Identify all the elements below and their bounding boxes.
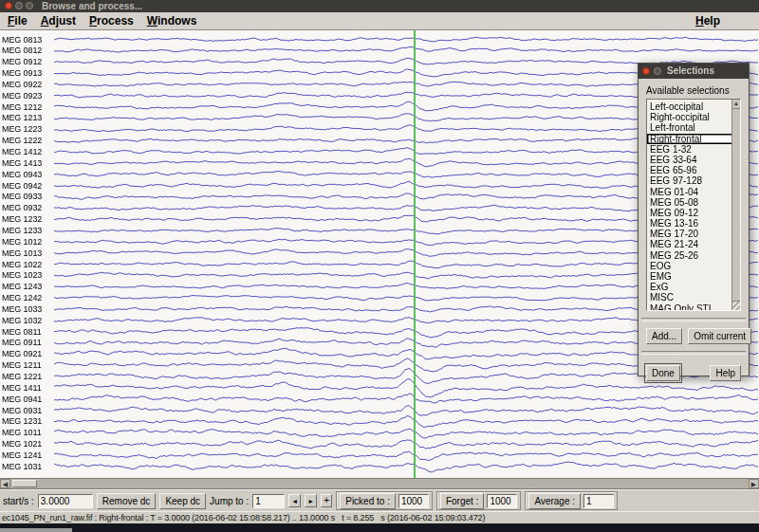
channel-label: MEG 1013 — [2, 248, 42, 258]
selection-item[interactable]: MEG 01-04 — [647, 187, 740, 197]
selection-item[interactable]: MEG 13-16 — [647, 218, 740, 229]
channel-label: MEG 1242 — [2, 293, 42, 303]
average-input[interactable] — [583, 494, 614, 508]
channel-label: MEG 1232 — [2, 214, 42, 224]
menu-windows[interactable]: Windows — [142, 14, 206, 28]
titlebar: Browse and process... — [0, 0, 759, 12]
selection-item[interactable]: EEG 1-32 — [647, 144, 740, 155]
menubar: FileAdjustProcessWindows Help — [0, 12, 759, 30]
channel-label: MEG 1221 — [2, 372, 42, 381]
channel-label: MEG 0813 — [2, 35, 42, 45]
selection-item[interactable]: EEG 97-128 — [647, 175, 740, 186]
selection-item[interactable]: MEG 17-20 — [647, 229, 740, 239]
scroll-right-icon[interactable]: ▶ — [749, 479, 759, 488]
done-button[interactable]: Done — [646, 365, 680, 381]
channel-label: MEG 1011 — [2, 428, 42, 437]
channel-label: MEG 0913 — [2, 68, 42, 78]
picked-to-group: Picked to : — [336, 491, 433, 510]
selection-item[interactable]: EEG 65-96 — [647, 165, 740, 175]
close-icon[interactable] — [5, 2, 12, 9]
menu-process[interactable]: Process — [84, 14, 142, 28]
channel-label: MEG 1411 — [2, 383, 42, 393]
selection-item[interactable]: EEG 33-64 — [647, 155, 740, 165]
channel-label: MEG 1412 — [2, 147, 42, 156]
dialog-minimize-icon[interactable] — [654, 67, 661, 75]
dialog-title: Selections — [667, 64, 714, 79]
selection-item[interactable]: Left-frontal — [647, 122, 740, 133]
selection-item[interactable]: MAG Only STI — [647, 303, 740, 311]
jump-prev-icon[interactable]: ◄ — [288, 494, 301, 507]
minimize-icon[interactable] — [15, 2, 23, 9]
menu-file[interactable]: File — [3, 14, 36, 28]
channel-label: MEG 1023 — [2, 270, 42, 280]
channel-label: MEG 1021 — [2, 439, 42, 449]
channel-label: MEG 1213 — [2, 113, 42, 122]
channel-label: MEG 1022 — [2, 260, 42, 269]
forget-button[interactable]: Forget : — [440, 493, 484, 509]
list-scroll-up-icon[interactable]: ▲ — [732, 100, 740, 109]
horizontal-scrollbar[interactable]: ◀ ▶ — [0, 478, 759, 489]
dialog-close-icon[interactable] — [642, 67, 650, 75]
status-bar: ec1045_PN_run1_raw.fif : Right-frontal :… — [0, 511, 759, 523]
selection-item[interactable]: Left-occipital — [647, 101, 740, 112]
selection-item[interactable]: Right-frontal — [647, 134, 740, 144]
taskbar-fragment — [0, 528, 72, 532]
list-scrollbar[interactable]: ▲ — [731, 100, 740, 310]
channel-label: MEG 1241 — [2, 450, 42, 460]
selection-item[interactable]: MEG 09-12 — [647, 208, 740, 218]
selection-item[interactable]: EOG — [647, 261, 740, 271]
channel-label: MEG 1231 — [2, 416, 42, 426]
channel-label: MEG 1211 — [2, 360, 42, 370]
scroll-left-icon[interactable]: ◀ — [0, 479, 10, 488]
channel-label: MEG 0933 — [2, 192, 42, 201]
selection-item[interactable]: MEG 25-26 — [647, 250, 740, 261]
selection-item[interactable]: MEG 21-24 — [647, 239, 740, 249]
selection-item[interactable]: MEG 05-08 — [647, 197, 740, 208]
picked-to-button[interactable]: Picked to : — [340, 493, 396, 509]
add-button[interactable]: Add... — [646, 328, 682, 344]
channel-label: MEG 0923 — [2, 91, 42, 101]
scrollbar-thumb[interactable] — [12, 480, 37, 487]
maximize-icon[interactable] — [26, 2, 33, 9]
window-title: Browse and process... — [42, 0, 142, 12]
available-selections-label: Available selections — [646, 85, 749, 96]
browse-window: Browse and process... FileAdjustProcessW… — [0, 0, 759, 532]
forget-input[interactable] — [487, 494, 517, 508]
selection-item[interactable]: EMG — [647, 271, 740, 282]
selection-item[interactable]: MISC — [647, 292, 740, 303]
menu-help[interactable]: Help — [692, 14, 724, 28]
channel-label: MEG 0943 — [2, 170, 42, 179]
add-jump-icon[interactable]: + — [321, 494, 332, 507]
help-button[interactable]: Help — [710, 365, 741, 381]
selections-listbox: Left-occipitalRight-occipitalLeft-fronta… — [646, 99, 741, 311]
channel-label: MEG 1223 — [2, 124, 42, 134]
picked-to-input[interactable] — [398, 494, 429, 508]
start-label: start/s : — [3, 496, 34, 506]
channel-label: MEG 1413 — [2, 158, 42, 168]
jump-to-input[interactable] — [252, 494, 285, 508]
dialog-separator — [641, 318, 746, 321]
menu-adjust[interactable]: Adjust — [36, 14, 84, 28]
keep-dc-button[interactable]: Keep dc — [159, 493, 206, 509]
channel-label: MEG 0941 — [2, 394, 42, 404]
channel-label: MEG 1012 — [2, 237, 42, 247]
channel-label: MEG 0942 — [2, 181, 42, 191]
selection-item[interactable]: ExG — [647, 282, 740, 292]
start-input[interactable] — [38, 494, 93, 508]
jump-next-icon[interactable]: ► — [305, 494, 317, 507]
average-group: Average : — [525, 491, 618, 510]
desktop-strip — [0, 523, 759, 532]
forget-group: Forget : — [436, 491, 521, 510]
channel-label: MEG 0811 — [2, 327, 42, 337]
selection-item[interactable]: Right-occipital — [647, 112, 740, 122]
list-resize-grip-icon[interactable] — [732, 301, 740, 310]
omit-current-button[interactable]: Omit current — [688, 328, 751, 344]
channel-label: MEG 1212 — [2, 102, 42, 112]
channel-label: MEG 0921 — [2, 349, 42, 358]
remove-dc-button[interactable]: Remove dc — [97, 493, 157, 509]
channel-label: MEG 0931 — [2, 406, 42, 415]
average-button[interactable]: Average : — [528, 493, 581, 509]
bottom-controls: start/s : Remove dc Keep dc Jump to : ◄ … — [0, 489, 759, 511]
dialog-titlebar: Selections — [639, 64, 749, 79]
channel-label: MEG 1032 — [2, 316, 42, 325]
